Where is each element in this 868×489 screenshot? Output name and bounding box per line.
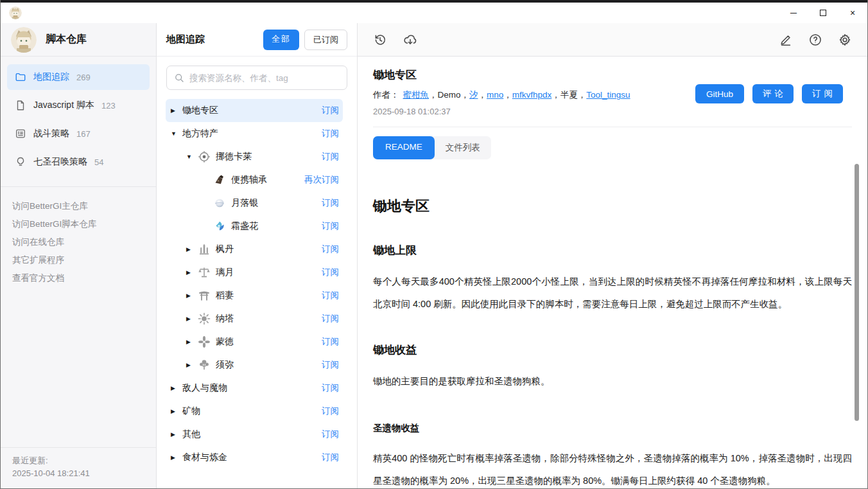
sidebar-link[interactable]: 访问BetterGI主仓库 — [12, 197, 144, 215]
chevron-right-icon[interactable]: ▶ — [186, 316, 198, 322]
comment-button[interactable]: 评论 — [752, 84, 794, 103]
subscribe-link[interactable]: 订阅 — [322, 382, 343, 394]
author-separator: ， — [478, 90, 487, 100]
tree-row[interactable]: ▶枫丹订阅 — [166, 238, 343, 261]
list-header: 地图追踪 全部 已订阅 — [157, 23, 357, 57]
tree-row[interactable]: ▶锄地专区订阅 — [166, 99, 343, 122]
subscribe-link[interactable]: 订阅 — [322, 405, 343, 417]
sidebar-header: 脚本仓库 — [1, 23, 156, 57]
author-link[interactable]: mfkvfhpdx — [512, 90, 552, 100]
tree-item-label: 食材与炼金 — [182, 452, 227, 463]
sidebar-item[interactable]: 地图追踪269 — [7, 64, 150, 90]
settings-icon[interactable] — [838, 33, 852, 47]
main-layout: 脚本仓库 地图追踪269Javascript 脚本123战斗策略167七圣召唤策… — [1, 23, 867, 489]
maximize-button[interactable] — [808, 3, 838, 23]
tree-item-label: 锄地专区 — [182, 105, 218, 116]
chevron-down-icon[interactable]: ▼ — [171, 130, 182, 137]
tree-row[interactable]: ▶其他订阅 — [166, 423, 343, 446]
search-input[interactable] — [189, 73, 340, 83]
chevron-right-icon[interactable]: ▶ — [171, 408, 182, 414]
filter-all-button[interactable]: 全部 — [263, 30, 299, 50]
resubscribe-link[interactable]: 再次订阅 — [304, 174, 343, 186]
filter-subscribed-button[interactable]: 已订阅 — [304, 30, 347, 50]
chevron-right-icon[interactable]: ▶ — [186, 339, 198, 345]
tree-row[interactable]: ▶须弥订阅 — [166, 353, 343, 377]
chevron-right-icon[interactable]: ▶ — [186, 362, 198, 368]
author-name: Demo — [438, 90, 461, 100]
chevron-right-icon[interactable]: ▶ — [171, 454, 182, 461]
liyue-icon — [198, 266, 211, 279]
help-icon[interactable] — [808, 33, 822, 47]
subscribe-link[interactable]: 订阅 — [322, 452, 343, 463]
chevron-right-icon[interactable]: ▶ — [186, 246, 198, 253]
tree-row[interactable]: ▼挪德卡莱订阅 — [166, 145, 343, 168]
subscribe-link[interactable]: 订阅 — [322, 128, 343, 139]
sidebar-item[interactable]: Javascript 脚本123 — [7, 93, 150, 118]
chevron-down-icon[interactable]: ▼ — [186, 154, 198, 160]
github-button[interactable]: GitHub — [695, 84, 744, 103]
chevron-right-icon[interactable]: ▶ — [171, 385, 182, 391]
tree-row[interactable]: ▶食材与炼金订阅 — [166, 446, 343, 469]
sidebar-link[interactable]: 访问BetterGI脚本仓库 — [12, 215, 144, 233]
tree-item-label: 地方特产 — [182, 128, 218, 139]
sidebar-item[interactable]: 战斗策略167 — [7, 121, 150, 147]
maximize-icon — [820, 10, 826, 16]
sidebar-link[interactable]: 查看官方文档 — [12, 269, 144, 287]
subscribe-button[interactable]: 订阅 — [802, 84, 843, 103]
tree-item-label: 须弥 — [216, 359, 234, 371]
chevron-right-icon[interactable]: ▶ — [171, 107, 182, 114]
sidebar-item[interactable]: 七圣召唤策略54 — [7, 149, 150, 175]
fontaine-icon — [198, 243, 211, 256]
tree-row[interactable]: 霜盏花订阅 — [166, 215, 343, 238]
close-button[interactable]: × — [838, 3, 867, 23]
subscribe-link[interactable]: 订阅 — [322, 429, 343, 440]
subscribe-link[interactable]: 订阅 — [322, 220, 343, 232]
chevron-right-icon[interactable]: ▶ — [186, 292, 198, 299]
subscribe-link[interactable]: 订阅 — [322, 313, 343, 325]
author-link[interactable]: 汐 — [469, 90, 478, 100]
content-toolbar — [358, 23, 867, 57]
tree-row[interactable]: ▶纳塔订阅 — [166, 307, 343, 330]
app-title: 脚本仓库 — [46, 33, 87, 46]
tree-row[interactable]: 月落银订阅 — [166, 191, 343, 215]
natlan-icon — [198, 312, 211, 325]
frostflower-icon — [213, 220, 226, 233]
tab-readme[interactable]: README — [373, 136, 435, 159]
sidebar-link[interactable]: 访问在线仓库 — [12, 233, 144, 251]
subscribe-link[interactable]: 订阅 — [322, 267, 343, 278]
tree-row[interactable]: 便携轴承再次订阅 — [166, 168, 343, 191]
tree-row[interactable]: ▶矿物订阅 — [166, 400, 343, 423]
tree-row[interactable]: ▶敌人与魔物订阅 — [166, 377, 343, 400]
last-update-timestamp: 2025-10-04 18:21:41 — [12, 467, 144, 480]
edit-icon[interactable] — [779, 33, 793, 47]
subscribe-link[interactable]: 订阅 — [322, 290, 343, 301]
subscribe-link[interactable]: 订阅 — [322, 359, 343, 371]
titlebar: ─ × — [1, 3, 867, 23]
author-separator: ， — [503, 90, 512, 100]
tree-item-label: 枫丹 — [216, 244, 234, 255]
tree-row[interactable]: ▼地方特产订阅 — [166, 122, 343, 145]
filter-group: 全部 已订阅 — [263, 30, 347, 50]
subscribe-link[interactable]: 订阅 — [322, 244, 343, 255]
scrollbar-thumb[interactable] — [855, 164, 859, 421]
subscribe-link[interactable]: 订阅 — [322, 197, 343, 209]
history-icon[interactable] — [373, 33, 387, 47]
author-link[interactable]: mno — [487, 90, 503, 100]
author-link[interactable]: Tool_tingsu — [586, 90, 630, 100]
author-separator: ， — [551, 90, 560, 100]
tab-file-list[interactable]: 文件列表 — [435, 136, 491, 159]
tree-row[interactable]: ▶稻妻订阅 — [166, 284, 343, 307]
file-icon — [15, 100, 26, 111]
tree-row[interactable]: ▶蒙德订阅 — [166, 330, 343, 353]
minimize-button[interactable]: ─ — [779, 3, 808, 23]
subscribe-link[interactable]: 订阅 — [322, 151, 343, 163]
subscribe-link[interactable]: 订阅 — [322, 336, 343, 348]
sidebar-nav: 地图追踪269Javascript 脚本123战斗策略167七圣召唤策略54 — [1, 57, 156, 187]
chevron-right-icon[interactable]: ▶ — [171, 431, 182, 438]
subscribe-link[interactable]: 订阅 — [322, 105, 343, 116]
chevron-right-icon[interactable]: ▶ — [186, 269, 198, 276]
author-link[interactable]: 蜜柑魚 — [403, 90, 430, 100]
cloud-download-icon[interactable] — [403, 33, 417, 47]
sidebar-link[interactable]: 其它扩展程序 — [12, 251, 144, 269]
tree-row[interactable]: ▶璃月订阅 — [166, 261, 343, 284]
